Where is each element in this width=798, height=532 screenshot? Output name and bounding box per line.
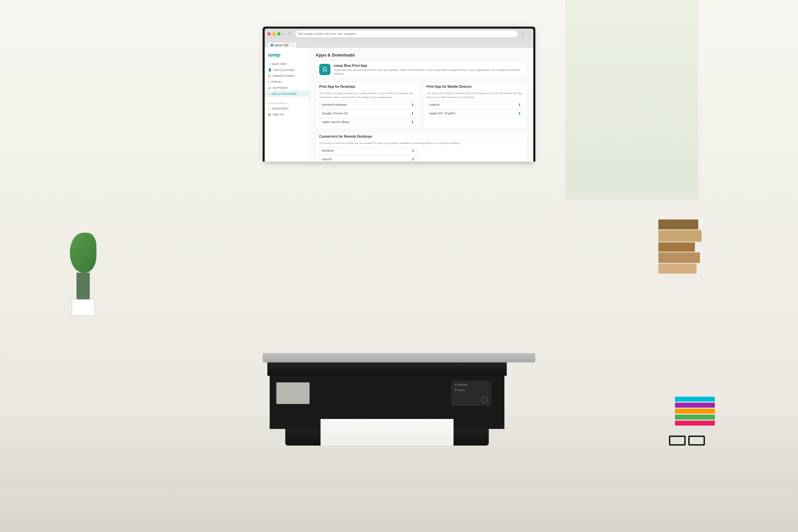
- sidebar-item-my-printers[interactable]: 🖨 My Printers: [265, 85, 309, 91]
- desktop-section: Print App for Desktops The ezeep Print A…: [316, 82, 420, 129]
- close-button[interactable]: [267, 32, 271, 36]
- sidebar-item-sign-out[interactable]: ⏏ Sign out: [265, 111, 309, 117]
- sidebar-section-label: Shadha Hashim: [265, 101, 309, 106]
- tab-bar: Neuer Tab ×: [265, 39, 533, 48]
- sidebar-label-my-printers: My Printers: [273, 86, 288, 90]
- mobile-section: Print App for Mobile Devices The ezeep P…: [423, 82, 528, 129]
- connector-windows-download-icon: ⬇: [412, 149, 415, 153]
- connector-windows-label: Windows: [322, 149, 334, 152]
- app-banner: ezeep Blue Print App ezeep Blue lets you…: [316, 61, 527, 78]
- policies-icon: ≡: [268, 80, 270, 83]
- books-decoration: [658, 220, 705, 292]
- desktop-download-item-windows[interactable]: Microsoft Windows ⬇: [319, 101, 417, 109]
- android-download-icon: ⬇: [518, 103, 521, 107]
- browser-toolbar: ‹ › ↻ Mit Google suchen oder eine URL ei…: [265, 28, 533, 39]
- glasses-decoration: [669, 436, 705, 445]
- sections-grid: Print App for Desktops The ezeep Print A…: [316, 82, 527, 162]
- ios-label: Apple iOS / iPadOS: [429, 112, 456, 115]
- ios-download-icon: ⬇: [518, 111, 521, 116]
- mobile-download-item-ios[interactable]: Apple iOS / iPadOS ⬇: [426, 110, 524, 117]
- hummingbird-icon: [322, 66, 328, 73]
- mobile-section-desc: The ezeep Print Apps for Android and iOS…: [426, 92, 524, 99]
- sidebar-item-policies[interactable]: ≡ Policies: [265, 79, 309, 85]
- folders-decoration: [675, 397, 715, 425]
- window-bg: [565, 0, 698, 200]
- subscription-icon: ◇: [268, 107, 270, 110]
- app-layout: ezeep ⌂ Quick Start 👤 Users & Groups 🖨 N…: [265, 48, 533, 162]
- sidebar-item-network-printers[interactable]: 🖨 Network Printers: [265, 73, 309, 79]
- desktop-section-title: Print App for Desktops: [319, 85, 417, 90]
- connector-item-macos[interactable]: macOS ⬇: [319, 156, 417, 162]
- tab-close-icon[interactable]: ×: [291, 43, 292, 47]
- bookmark-icon[interactable]: ☆: [522, 32, 525, 36]
- sidebar-label-network-printers: Network Printers: [273, 74, 295, 77]
- signout-icon: ⏏: [268, 113, 271, 116]
- sidebar-item-users[interactable]: 👤 Users & Groups: [265, 67, 309, 73]
- app-description: ezeep Blue lets you print documents from…: [334, 68, 524, 75]
- page-title: Apps & Downloads: [316, 53, 527, 58]
- connectors-section: Connectors for Remote Desktops The ezeep…: [316, 132, 527, 162]
- download-nav-icon: ↓: [268, 92, 270, 95]
- mobile-section-title: Print App for Mobile Devices: [426, 85, 524, 90]
- windows-label: Microsoft Windows: [322, 103, 347, 107]
- connectors-section-title: Connectors for Remote Desktops: [319, 135, 524, 140]
- maximize-button[interactable]: [277, 32, 281, 36]
- laptop-base: [263, 353, 535, 362]
- address-bar-text: Mit Google suchen oder eine URL eingeben: [298, 32, 357, 36]
- minimize-button[interactable]: [272, 32, 276, 36]
- sidebar-logo: ezeep: [265, 51, 309, 61]
- tab-favicon: [271, 44, 273, 46]
- laptop-display: ‹ › ↻ Mit Google suchen oder eine URL ei…: [263, 26, 535, 162]
- window-controls: [267, 32, 281, 36]
- connectors-section-desc: The ezeep Connectors below can be instal…: [319, 141, 524, 145]
- chrome-download-icon: ⬇: [411, 111, 414, 116]
- app-banner-text: ezeep Blue Print App ezeep Blue lets you…: [334, 64, 524, 75]
- reload-icon[interactable]: ↻: [289, 32, 291, 36]
- android-label: Android: [429, 103, 440, 107]
- desktop-download-item-chrome[interactable]: Google Chrome OS ⬇: [319, 110, 417, 117]
- sidebar: ezeep ⌂ Quick Start 👤 Users & Groups 🖨 N…: [265, 48, 309, 162]
- tab-title: Neuer Tab: [274, 43, 288, 47]
- desktop-section-desc: The ezeep Print App creates your ezeep p…: [319, 92, 417, 99]
- connector-macos-download-icon: ⬇: [412, 157, 415, 162]
- connector-item-windows[interactable]: Windows ⬇: [319, 147, 417, 155]
- my-printer-icon: 🖨: [268, 86, 271, 90]
- sidebar-item-quick-start[interactable]: ⌂ Quick Start: [265, 61, 309, 67]
- app-icon: [319, 64, 330, 75]
- sidebar-label-quick-start: Quick Start: [271, 62, 286, 65]
- sidebar-item-apps-downloads[interactable]: ↓ Apps & Downloads: [265, 91, 309, 97]
- printer-icon: 🖨: [268, 74, 271, 77]
- home-icon: ⌂: [268, 62, 270, 65]
- users-icon: 👤: [268, 68, 272, 72]
- main-content: Apps & Downloads ezeep Blue Print App ez…: [309, 48, 533, 162]
- macos-label: Apple macOS (Beta): [322, 120, 349, 124]
- sidebar-label-policies: Policies: [271, 80, 282, 83]
- mobile-download-item-android[interactable]: Android ⬇: [426, 101, 524, 109]
- sidebar-divider: [265, 99, 309, 99]
- desktop-download-item-macos[interactable]: Apple macOS (Beta) ⬇: [319, 118, 417, 126]
- nav-buttons: ‹ › ↻: [283, 32, 291, 36]
- browser-window: ‹ › ↻ Mit Google suchen oder eine URL ei…: [265, 28, 533, 162]
- sidebar-label-subscription: Subscription: [272, 107, 289, 110]
- app-name: ezeep Blue Print App: [334, 64, 524, 68]
- printer-decoration: ⊙ Wireless ✉ ePrint: [267, 359, 507, 459]
- sidebar-label-users: Users & Groups: [273, 68, 294, 72]
- back-icon[interactable]: ‹: [283, 32, 285, 36]
- macos-download-icon: ⬇: [411, 120, 414, 125]
- address-bar[interactable]: Mit Google suchen oder eine URL eingeben: [296, 31, 518, 37]
- connector-macos-label: macOS: [322, 158, 332, 161]
- forward-icon[interactable]: ›: [286, 32, 287, 36]
- sidebar-item-subscription[interactable]: ◇ Subscription: [265, 106, 309, 111]
- settings-icon[interactable]: ⋮: [527, 32, 531, 36]
- browser-tab[interactable]: Neuer Tab ×: [267, 42, 296, 48]
- sidebar-label-apps: Apps & Downloads: [271, 92, 297, 95]
- plant-decoration: [66, 233, 100, 299]
- sidebar-label-signout: Sign out: [273, 113, 284, 116]
- windows-download-icon: ⬇: [411, 103, 414, 107]
- chrome-label: Google Chrome OS: [322, 112, 348, 115]
